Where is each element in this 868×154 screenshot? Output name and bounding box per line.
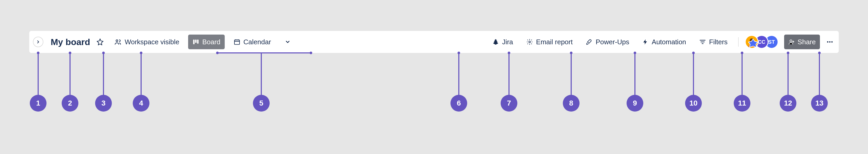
calendar-view-button[interactable]: Calendar bbox=[229, 34, 275, 49]
jira-button[interactable]: Jira bbox=[488, 34, 517, 49]
svg-rect-1 bbox=[195, 40, 196, 43]
jira-label: Jira bbox=[502, 38, 513, 46]
avatar-group[interactable]: CC ST bbox=[745, 35, 778, 49]
share-label: Share bbox=[798, 38, 816, 46]
svg-point-8 bbox=[827, 41, 828, 43]
board-view-button[interactable]: Board bbox=[188, 34, 224, 49]
star-icon bbox=[96, 38, 104, 46]
calendar-icon bbox=[234, 38, 240, 45]
automation-button[interactable]: Automation bbox=[638, 34, 690, 49]
board-toolbar: My board Workspace visible Board bbox=[29, 31, 839, 53]
avatar-1[interactable] bbox=[745, 35, 758, 49]
filters-button[interactable]: Filters bbox=[695, 34, 732, 49]
board-view-label: Board bbox=[202, 38, 220, 46]
settings-small-icon bbox=[526, 38, 533, 45]
svg-point-10 bbox=[831, 41, 833, 43]
email-report-label: Email report bbox=[536, 38, 573, 46]
divider bbox=[738, 37, 739, 47]
more-menu-button[interactable] bbox=[825, 37, 835, 47]
visibility-label: Workspace visible bbox=[125, 38, 179, 46]
board-title[interactable]: My board bbox=[51, 37, 90, 47]
svg-point-7 bbox=[790, 40, 792, 42]
filters-label: Filters bbox=[709, 38, 728, 46]
svg-rect-2 bbox=[197, 40, 198, 44]
automation-label: Automation bbox=[652, 38, 686, 46]
bolt-icon bbox=[642, 39, 649, 45]
powerups-button[interactable]: Power-Ups bbox=[582, 34, 633, 49]
view-switcher-button[interactable] bbox=[282, 37, 293, 47]
expand-sidebar-button[interactable] bbox=[33, 37, 43, 47]
chevron-down-icon bbox=[285, 39, 290, 45]
calendar-view-label: Calendar bbox=[244, 38, 271, 46]
people-icon bbox=[114, 38, 122, 46]
toolbar-left-group: My board Workspace visible Board bbox=[33, 34, 293, 49]
share-button[interactable]: Share bbox=[784, 34, 820, 49]
powerups-label: Power-Ups bbox=[596, 38, 629, 46]
filter-icon bbox=[699, 38, 706, 45]
dots-horizontal-icon bbox=[826, 38, 834, 46]
toolbar-right-group: Jira Email report Power-Ups Automation bbox=[488, 34, 835, 49]
star-button[interactable] bbox=[95, 37, 105, 47]
svg-rect-0 bbox=[193, 40, 194, 44]
chevron-right-icon bbox=[36, 40, 40, 44]
user-add-icon bbox=[788, 39, 795, 45]
jira-icon bbox=[492, 38, 499, 45]
visibility-button[interactable]: Workspace visible bbox=[110, 34, 183, 49]
rocket-icon bbox=[586, 38, 593, 45]
email-report-button[interactable]: Email report bbox=[522, 34, 577, 49]
admin-badge-icon bbox=[747, 38, 759, 50]
svg-point-9 bbox=[829, 41, 830, 43]
svg-rect-3 bbox=[235, 40, 240, 44]
svg-point-4 bbox=[529, 41, 530, 43]
board-icon bbox=[192, 38, 199, 45]
